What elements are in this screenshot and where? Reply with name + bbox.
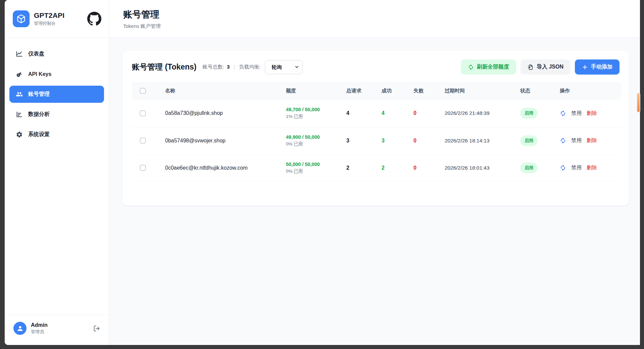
- file-import-icon: [528, 64, 534, 70]
- sidebar-header: GPT2API 管理控制台: [5, 0, 109, 38]
- load-balance-select[interactable]: 轮询: [265, 60, 302, 74]
- row-checkbox[interactable]: [140, 165, 146, 171]
- divider: |: [234, 64, 235, 70]
- failed-value: 0: [409, 127, 440, 154]
- brand-subtitle: 管理控制台: [34, 20, 87, 27]
- content: 账号管理 (Tokens) 账号总数: 3 | 负载均衡: 轮询: [109, 38, 640, 345]
- table-row: 0c0ae6ec@kr.ntfdhujik.kozow.com 50,000 /…: [132, 154, 621, 181]
- app-window: GPT2API 管理控制台 仪表盘 API Keys: [5, 0, 640, 345]
- requests-value: 2: [342, 154, 377, 181]
- requests-value: 3: [342, 127, 377, 154]
- success-value: 4: [377, 100, 409, 127]
- expires-value: 2026/2/26 18:14:13: [440, 127, 515, 154]
- failed-value: 0: [409, 100, 440, 127]
- sidebar-item-label: 账号管理: [28, 91, 50, 98]
- chart-line-icon: [16, 50, 23, 57]
- sidebar-item-analytics[interactable]: 数据分析: [9, 106, 104, 123]
- table-row: 0a58a730@pjullnk.shop 49,700 / 50,000 1%…: [132, 100, 621, 127]
- table-row: 0ba57498@svwojer.shop 49,900 / 50,000 0%…: [132, 127, 621, 154]
- status-badge: 启用: [520, 163, 538, 173]
- refresh-icon: [468, 64, 474, 70]
- scrollbar-thumb[interactable]: [637, 93, 640, 113]
- table-header-row: 名称 额度 总请求 成功 失败 过期时间 状态 操作: [132, 82, 621, 100]
- account-total: 账号总数: 3: [203, 64, 230, 70]
- success-value: 2: [377, 154, 409, 181]
- github-icon[interactable]: [87, 12, 101, 26]
- col-ops: 操作: [555, 82, 621, 100]
- sidebar-footer: Admin 管理员: [5, 315, 109, 345]
- gear-icon: [16, 131, 23, 138]
- load-balance-select-wrap: 轮询: [265, 60, 303, 74]
- row-refresh-icon[interactable]: [560, 165, 566, 171]
- sidebar-item-dashboard[interactable]: 仪表盘: [9, 45, 104, 62]
- select-all-checkbox[interactable]: [140, 88, 146, 94]
- expires-value: 2026/2/26 18:01:43: [440, 154, 515, 181]
- sidebar-item-label: API Keys: [28, 71, 51, 77]
- sidebar-item-label: 数据分析: [28, 111, 50, 118]
- refresh-all-button[interactable]: 刷新全部额度: [461, 59, 516, 75]
- import-json-button[interactable]: 导入 JSON: [521, 59, 571, 75]
- col-requests: 总请求: [342, 82, 377, 100]
- sidebar: GPT2API 管理控制台 仪表盘 API Keys: [5, 0, 109, 345]
- success-value: 3: [377, 127, 409, 154]
- user-name: Admin: [31, 322, 48, 328]
- requests-value: 4: [342, 100, 377, 127]
- row-checkbox[interactable]: [140, 138, 146, 143]
- row-refresh-icon[interactable]: [560, 137, 566, 144]
- sidebar-item-label: 仪表盘: [28, 50, 44, 57]
- quota-used: 0% 已用: [286, 168, 338, 174]
- delete-action[interactable]: 删除: [587, 137, 597, 144]
- account-name: 0a58a730@pjullnk.shop: [160, 100, 281, 127]
- account-name: 0ba57498@svwojer.shop: [160, 127, 281, 154]
- quota-used: 0% 已用: [286, 141, 338, 147]
- quota-value: 49,700 / 50,000: [286, 107, 338, 112]
- col-expires: 过期时间: [440, 82, 515, 100]
- load-balance-label: 负载均衡:: [239, 64, 260, 70]
- card-header: 账号管理 (Tokens) 账号总数: 3 | 负载均衡: 轮询: [122, 51, 629, 82]
- sidebar-item-api-keys[interactable]: API Keys: [9, 66, 104, 83]
- col-status: 状态: [515, 82, 555, 100]
- sidebar-item-accounts[interactable]: 账号管理: [9, 86, 104, 103]
- app-logo: [13, 10, 30, 27]
- account-name: 0c0ae6ec@kr.ntfdhujik.kozow.com: [160, 154, 281, 181]
- page-title: 账号管理: [123, 8, 626, 20]
- quota-value: 50,000 / 50,000: [286, 162, 338, 167]
- accounts-table-wrap: 名称 额度 总请求 成功 失败 过期时间 状态 操作: [122, 82, 629, 182]
- row-checkbox[interactable]: [140, 111, 146, 116]
- col-name: 名称: [160, 82, 281, 100]
- quota-value: 49,900 / 50,000: [286, 134, 338, 140]
- avatar: [13, 322, 27, 335]
- key-icon: [16, 71, 23, 78]
- cube-icon: [16, 14, 26, 24]
- expires-value: 2026/2/26 21:48:39: [440, 100, 515, 127]
- col-success: 成功: [377, 82, 409, 100]
- chart-bar-icon: [16, 111, 23, 118]
- sidebar-item-settings[interactable]: 系统设置: [9, 126, 104, 143]
- logout-icon[interactable]: [93, 325, 100, 332]
- sidebar-nav: 仪表盘 API Keys 账号管理 数据分析: [5, 38, 109, 146]
- disable-action[interactable]: 禁用: [571, 164, 582, 171]
- manual-add-button[interactable]: 手动添加: [575, 59, 620, 75]
- plus-icon: [582, 64, 588, 70]
- col-quota: 额度: [281, 82, 342, 100]
- users-icon: [16, 91, 23, 98]
- user-role: 管理员: [31, 329, 48, 335]
- disable-action[interactable]: 禁用: [571, 137, 582, 144]
- card-title: 账号管理 (Tokens): [132, 62, 197, 72]
- row-refresh-icon[interactable]: [560, 110, 566, 117]
- sidebar-item-label: 系统设置: [28, 131, 50, 138]
- failed-value: 0: [409, 154, 440, 181]
- main-area: 账号管理 Tokens 账户管理 账号管理 (Tokens) 账号总数: 3 |…: [109, 0, 640, 345]
- delete-action[interactable]: 删除: [587, 110, 597, 117]
- status-badge: 启用: [520, 108, 538, 119]
- accounts-table: 名称 额度 总请求 成功 失败 过期时间 状态 操作: [132, 82, 621, 182]
- page-header: 账号管理 Tokens 账户管理: [109, 0, 640, 38]
- delete-action[interactable]: 删除: [587, 164, 597, 171]
- disable-action[interactable]: 禁用: [571, 110, 582, 117]
- brand-name: GPT2API: [34, 11, 87, 19]
- accounts-card: 账号管理 (Tokens) 账号总数: 3 | 负载均衡: 轮询: [122, 51, 629, 206]
- status-badge: 启用: [520, 135, 538, 146]
- col-failed: 失败: [409, 82, 440, 100]
- page-subtitle: Tokens 账户管理: [123, 23, 626, 30]
- quota-used: 1% 已用: [286, 114, 338, 120]
